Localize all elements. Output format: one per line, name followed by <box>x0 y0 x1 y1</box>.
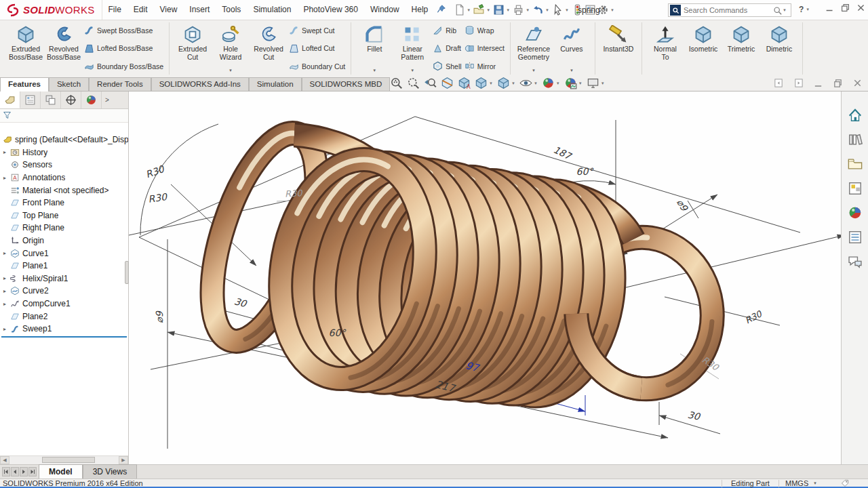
nav-first-icon[interactable] <box>2 467 10 476</box>
units-dropdown-caret[interactable]: ▾ <box>814 481 816 486</box>
menu-insert[interactable]: Insert <box>183 0 216 20</box>
dimension-label-30[interactable]: 30 <box>687 409 702 422</box>
expand-arrow-icon[interactable]: ▸ <box>0 149 9 155</box>
save-button[interactable] <box>492 3 505 17</box>
revolved-cut-button[interactable]: Revolved Cut <box>250 24 288 73</box>
extruded-cut-button[interactable]: Extruded Cut <box>174 24 212 73</box>
taskpane-design-library-button[interactable] <box>845 131 865 148</box>
search-input[interactable] <box>684 6 773 14</box>
manager-tab-propertymanager[interactable] <box>20 92 41 108</box>
expand-arrow-icon[interactable]: ▸ <box>0 301 9 307</box>
tree-item-plane1[interactable]: Plane1 <box>0 260 128 272</box>
print-dropdown-caret[interactable]: ▼ <box>526 8 530 12</box>
3d-drawing-view-button[interactable]: A <box>458 77 471 89</box>
swept-cut-button[interactable]: Swept Cut <box>289 25 345 35</box>
close-button[interactable] <box>856 3 865 14</box>
hide-show-items-dropdown-caret[interactable]: ▼ <box>534 81 538 85</box>
doc-tab-3d-views[interactable]: 3D Views <box>83 464 137 479</box>
tree-item-curve1[interactable]: ▸Curve1 <box>0 247 128 260</box>
mirror-button[interactable]: Mirror <box>465 61 505 71</box>
edit-appearance-button[interactable]: ▼ <box>542 77 560 89</box>
display-style-button[interactable]: ▼ <box>497 77 515 89</box>
extruded-boss-base-button[interactable]: Extruded Boss/Base <box>7 24 45 73</box>
fillet-flyout-caret[interactable]: ▼ <box>372 68 376 73</box>
scrollbar-thumb[interactable] <box>42 457 95 463</box>
dimension-label-60[interactable]: 60° <box>329 327 347 338</box>
tree-item-history[interactable]: ▸History <box>0 146 128 159</box>
expand-arrow-icon[interactable]: ▸ <box>0 175 9 181</box>
view-orientation-dropdown-caret[interactable]: ▼ <box>489 81 493 85</box>
new-document-button[interactable] <box>453 3 466 17</box>
tab-render-tools[interactable]: Render Tools <box>89 77 151 91</box>
tree-item-compcurve1[interactable]: ▸CompCurve1 <box>0 298 128 310</box>
tree-item-annotations[interactable]: ▸AAnnotations <box>0 171 128 184</box>
manager-tab-configurationmanager[interactable] <box>41 92 61 108</box>
taskpane-custom-properties-button[interactable] <box>845 228 865 246</box>
help-button[interactable]: ? <box>799 5 804 14</box>
tab-features[interactable]: Features <box>0 77 49 92</box>
manager-tabs-overflow[interactable]: > <box>102 92 113 108</box>
open-folder-button[interactable] <box>473 3 486 17</box>
options-gear-dropdown-caret[interactable]: ▼ <box>610 8 614 12</box>
tab-solidworks-mbd[interactable]: SOLIDWORKS MBD <box>302 77 391 91</box>
view-settings-dropdown-caret[interactable]: ▼ <box>601 81 605 85</box>
pane-right-button[interactable] <box>793 78 804 90</box>
view-settings-button[interactable]: ▼ <box>587 77 605 89</box>
nav-prev-icon[interactable] <box>11 467 19 476</box>
menu-window[interactable]: Window <box>364 0 406 20</box>
hide-show-items-button[interactable]: ▼ <box>519 77 538 89</box>
apply-scene-button[interactable]: ▼ <box>564 77 583 89</box>
new-document-dropdown-caret[interactable]: ▼ <box>467 8 471 12</box>
display-style-dropdown-caret[interactable]: ▼ <box>511 81 515 85</box>
print-button[interactable] <box>512 3 525 17</box>
trimetric-button[interactable]: Trimetric <box>722 24 760 73</box>
revolved-boss-base-button[interactable]: Revolved Boss/Base <box>45 24 83 73</box>
search-icon[interactable]: ▼ <box>773 6 791 15</box>
zoom-area-button[interactable] <box>407 77 420 89</box>
menu-view[interactable]: View <box>154 0 184 20</box>
view-orientation-button[interactable]: ▼ <box>475 77 493 89</box>
scroll-right-icon[interactable]: ▶ <box>119 456 128 464</box>
fillet-button[interactable]: Fillet▼ <box>355 24 393 73</box>
tree-item-top[interactable]: Top Plane <box>0 209 128 222</box>
hole-wizard-flyout-caret[interactable]: ▼ <box>229 68 233 73</box>
tree-item-sensors[interactable]: Sensors <box>0 159 128 171</box>
graphics-viewport[interactable]: R30R30R3018760°⌀9⌀93060°97217R30R3030 <box>129 92 841 464</box>
tab-sketch[interactable]: Sketch <box>49 77 89 91</box>
linear-pattern-flyout-caret[interactable]: ▼ <box>410 68 414 73</box>
lofted-cut-button[interactable]: Lofted Cut <box>289 43 345 54</box>
doc-tab-model[interactable]: Model <box>39 464 83 479</box>
zoom-fit-button[interactable] <box>390 77 403 89</box>
normal-to-button[interactable]: Normal To <box>646 24 684 73</box>
intersect-button[interactable]: Intersect <box>465 43 505 54</box>
tab-simulation[interactable]: Simulation <box>249 77 302 91</box>
restore-button[interactable] <box>841 3 850 14</box>
tree-item-origin[interactable]: Origin <box>0 235 128 247</box>
dimension-label-r30[interactable]: R30 <box>285 188 304 199</box>
tree-item-sweep1[interactable]: ▸Sweep1 <box>0 323 128 336</box>
menu-simulation[interactable]: Simulation <box>247 0 297 20</box>
tree-item-plane2[interactable]: Plane2 <box>0 310 128 323</box>
lofted-boss-base-button[interactable]: Lofted Boss/Base <box>84 43 163 54</box>
dimension-label-9[interactable]: ⌀9 <box>154 310 165 323</box>
menu-photoview-360[interactable]: PhotoView 360 <box>297 0 364 20</box>
dimension-label-r30[interactable]: R30 <box>144 163 166 180</box>
nav-last-icon[interactable] <box>28 467 37 476</box>
tree-item-helix-spiral1[interactable]: ▸Helix/Spiral1 <box>0 272 128 285</box>
taskpane-view-palette-button[interactable] <box>845 180 865 197</box>
curves-button[interactable]: Curves▼ <box>553 24 591 73</box>
pin-icon[interactable] <box>437 4 446 16</box>
minimize-button[interactable] <box>825 3 834 14</box>
nav-next-icon[interactable] <box>20 467 28 476</box>
dimension-label-30[interactable]: 30 <box>233 296 248 309</box>
tree-item-curve2[interactable]: ▸Curve2 <box>0 285 128 298</box>
expand-arrow-icon[interactable]: ▸ <box>0 288 9 294</box>
tree-item-front[interactable]: Front Plane <box>0 197 128 209</box>
previous-view-button[interactable] <box>424 77 437 89</box>
help-dropdown-caret[interactable]: ▼ <box>806 7 810 12</box>
taskpane-appearances-scenes-button[interactable] <box>845 204 865 222</box>
undo-button[interactable] <box>532 3 545 17</box>
isometric-button[interactable]: Isometric <box>684 24 722 73</box>
curves-flyout-caret[interactable]: ▼ <box>570 68 574 73</box>
expand-arrow-icon[interactable]: ▸ <box>0 250 9 256</box>
